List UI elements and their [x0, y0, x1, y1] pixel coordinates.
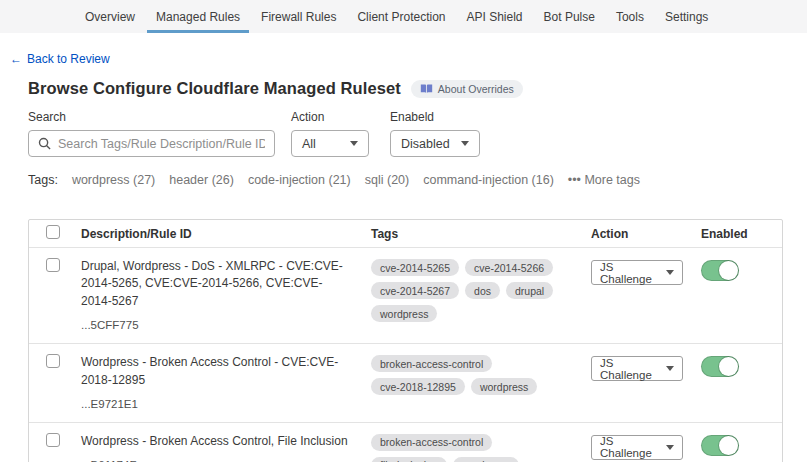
nav-tabs: OverviewManaged RulesFirewall RulesClien… — [85, 0, 665, 33]
rule-tags: cve-2014-5265cve-2014-5266cve-2014-5267d… — [371, 258, 591, 331]
action-select[interactable]: JS Challenge — [591, 260, 683, 285]
top-navigation: OverviewManaged RulesFirewall RulesClien… — [0, 0, 807, 33]
toggle-knob — [719, 436, 738, 455]
action-filter-label: Action — [291, 110, 369, 124]
more-tags-link[interactable]: ••• More tags — [568, 173, 640, 187]
tab-tools[interactable]: Tools — [616, 0, 644, 33]
back-link-label: Back to Review — [27, 52, 110, 66]
table-body: Drupal, Wordpress - DoS - XMLRPC - CVE:C… — [29, 247, 782, 462]
rule-id: ...E9721E1 — [81, 398, 353, 410]
row-checkbox[interactable] — [46, 258, 60, 272]
toggle-knob — [719, 261, 738, 280]
table-row: Wordpress - Broken Access Control, File … — [29, 422, 782, 462]
main-content: Browse Configure Cloudflare Managed Rule… — [28, 79, 783, 462]
tag-pill: dos — [465, 282, 500, 299]
tag-pill: wordpress — [471, 378, 537, 395]
action-filter-select[interactable]: All — [291, 130, 369, 157]
enabled-toggle[interactable] — [701, 435, 739, 456]
action-select[interactable]: JS Challenge — [591, 435, 683, 460]
tab-firewall-rules[interactable]: Firewall Rules — [261, 0, 336, 33]
rule-description: Wordpress - Broken Access Control - CVE:… — [81, 354, 353, 389]
action-select-value: JS Challenge — [600, 435, 666, 459]
filters-bar: Search Action All Enabeld Disabled — [28, 110, 783, 157]
action-filter-value: All — [302, 137, 316, 151]
toggle-knob — [719, 357, 738, 376]
search-label: Search — [28, 110, 275, 124]
rule-tags: broken-access-controlfile-inclusionwordp… — [371, 433, 591, 462]
tag-pill: drupal — [506, 282, 553, 299]
enabled-filter-select[interactable]: Disabled — [390, 130, 480, 157]
tag-filter-link[interactable]: header (26) — [169, 173, 234, 187]
tag-pill: cve-2014-5265 — [371, 259, 459, 276]
enabled-filter-value: Disabled — [401, 137, 450, 151]
tab-managed-rules[interactable]: Managed Rules — [156, 0, 240, 33]
tag-pill: cve-2014-5267 — [371, 282, 459, 299]
page-title: Browse Configure Cloudflare Managed Rule… — [28, 79, 401, 98]
action-select[interactable]: JS Challenge — [591, 356, 683, 381]
tab-settings[interactable]: Settings — [665, 0, 708, 33]
tab-client-protection[interactable]: Client Protection — [357, 0, 445, 33]
chevron-down-icon — [461, 141, 469, 146]
tags-bar: Tags: wordpress (27)header (26)code-inje… — [28, 173, 783, 187]
about-overrides-badge[interactable]: About Overrides — [411, 80, 523, 98]
tag-pill: broken-access-control — [371, 355, 492, 372]
back-arrow-icon: ← — [10, 52, 22, 66]
search-input[interactable] — [58, 137, 265, 151]
search-field — [28, 130, 275, 157]
chevron-down-icon — [666, 366, 674, 371]
action-select-value: JS Challenge — [600, 261, 666, 285]
row-checkbox[interactable] — [46, 354, 60, 368]
rule-description: Wordpress - Broken Access Control, File … — [81, 433, 353, 450]
search-icon — [38, 137, 51, 150]
tag-filter-link[interactable]: code-injection (21) — [248, 173, 351, 187]
about-overrides-label: About Overrides — [438, 83, 514, 95]
tab-overview[interactable]: Overview — [85, 0, 135, 33]
tag-pill: broken-access-control — [371, 434, 492, 451]
tags-bar-label: Tags: — [28, 173, 58, 187]
tag-filter-link[interactable]: command-injection (16) — [423, 173, 554, 187]
column-header-description: Description/Rule ID — [81, 227, 371, 241]
tab-api-shield[interactable]: API Shield — [466, 0, 522, 33]
tag-pill: cve-2018-12895 — [371, 378, 465, 395]
rules-table: Description/Rule ID Tags Action Enabled … — [28, 219, 783, 462]
back-to-review-link[interactable]: ← Back to Review — [10, 52, 110, 66]
action-select-value: JS Challenge — [600, 357, 666, 381]
enabled-toggle[interactable] — [701, 260, 739, 281]
column-header-enabled: Enabled — [701, 227, 782, 241]
tag-filter-link[interactable]: sqli (20) — [365, 173, 409, 187]
tag-pill: cve-2014-5266 — [465, 259, 553, 276]
tag-pill: wordpress — [371, 305, 437, 322]
table-row: Drupal, Wordpress - DoS - XMLRPC - CVE:C… — [29, 247, 782, 343]
rule-description: Drupal, Wordpress - DoS - XMLRPC - CVE:C… — [81, 258, 353, 310]
tag-filter-link[interactable]: wordpress (27) — [72, 173, 155, 187]
tag-pill: wordpress — [453, 457, 519, 462]
column-header-action: Action — [591, 227, 701, 241]
column-header-tags: Tags — [371, 227, 591, 241]
tags-list: wordpress (27)header (26)code-injection … — [72, 173, 554, 187]
tag-pill: file-inclusion — [371, 457, 447, 462]
book-icon — [420, 83, 433, 94]
chevron-down-icon — [666, 445, 674, 450]
enabled-toggle[interactable] — [701, 356, 739, 377]
rule-id: ...5CFF775 — [81, 319, 353, 331]
chevron-down-icon — [666, 270, 674, 275]
select-all-checkbox[interactable] — [46, 225, 60, 239]
enabled-filter-label: Enabeld — [390, 110, 480, 124]
rule-tags: broken-access-controlcve-2018-12895wordp… — [371, 354, 591, 410]
chevron-down-icon — [350, 141, 358, 146]
tab-bot-pulse[interactable]: Bot Pulse — [544, 0, 595, 33]
table-header: Description/Rule ID Tags Action Enabled — [29, 220, 782, 247]
row-checkbox[interactable] — [46, 433, 60, 447]
table-row: Wordpress - Broken Access Control - CVE:… — [29, 343, 782, 422]
